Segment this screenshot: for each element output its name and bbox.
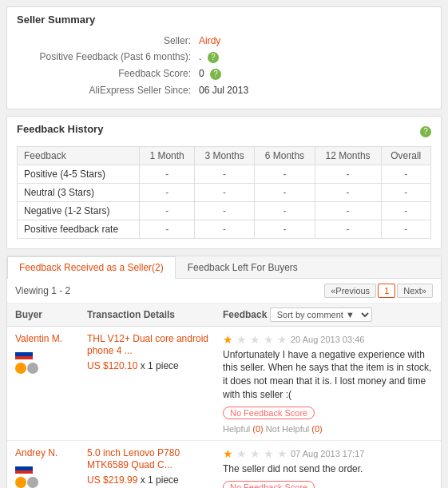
- list-item: Andrey N.5.0 inch Lenovo P780 MTK6589 Qu…: [7, 441, 441, 488]
- next-button[interactable]: Next»: [397, 284, 433, 298]
- buyer-column-header: Buyer: [15, 309, 87, 320]
- feedback-history-title: Feedback History: [17, 123, 103, 135]
- feedback-score-label: Feedback Score:: [18, 66, 194, 81]
- seller-summary-section: Seller Summary Seller: Airdy Positive Fe…: [6, 6, 442, 109]
- feedback-history-section: Feedback History ? Feedback1 Month3 Mont…: [6, 116, 442, 249]
- feedback-col-header-4: 12 Months: [315, 146, 381, 165]
- star-icon: ★: [223, 333, 233, 346]
- feedback-cell-1-1: -: [194, 183, 254, 201]
- sort-select[interactable]: Sort by comment ▼: [270, 307, 372, 322]
- feedback-col-header-2: 3 Months: [194, 146, 254, 165]
- medal-icon: [27, 477, 38, 488]
- viewing-row: Viewing 1 - 2 «Previous 1 Next»: [7, 279, 441, 304]
- product-link[interactable]: THL V12+ Dual core android phone 4 ...: [87, 333, 208, 357]
- page-wrapper: Seller Summary Seller: Airdy Positive Fe…: [0, 0, 448, 488]
- feedback-cell-1-2: -: [255, 183, 315, 201]
- tabs-section: Feedback Received as a Seller(2) Feedbac…: [6, 256, 442, 488]
- feedback-cell-2-2: -: [255, 201, 315, 220]
- feedback-cell-3-3: -: [315, 220, 381, 238]
- feedback-cell-3-1: -: [194, 220, 254, 238]
- viewing-text: Viewing 1 - 2: [15, 285, 70, 296]
- product-quantity: x 1 piece: [137, 474, 178, 486]
- no-feedback-score-badge: No Feedback Score: [223, 407, 315, 419]
- transaction-col-0: THL V12+ Dual core android phone 4 ...US…: [87, 333, 223, 371]
- feedback-cell-0-0: -: [140, 165, 195, 183]
- feedback-history-table: Feedback1 Month3 Months6 Months12 Months…: [17, 146, 431, 239]
- tab-feedback-left[interactable]: Feedback Left For Buyers: [176, 256, 310, 278]
- feedback-table-body: Positive (4-5 Stars)-----Neutral (3 Star…: [18, 165, 431, 238]
- feedback-col-header-5: Overall: [381, 146, 430, 165]
- list-header: Buyer Transaction Details Feedback Sort …: [7, 304, 441, 327]
- seller-name-link[interactable]: Airdy: [199, 35, 220, 46]
- feedback-row-label-1: Neutral (3 Stars): [18, 183, 140, 201]
- helpful-label: Helpful: [223, 424, 250, 434]
- feedback-score-value: 0: [199, 68, 204, 79]
- star-icon: ★: [277, 333, 287, 346]
- feedback-row-label-3: Positive feedback rate: [18, 220, 140, 238]
- medal-icon: [27, 363, 38, 374]
- feedback-col-header-1: 1 Month: [140, 146, 195, 165]
- transaction-column-header: Transaction Details: [87, 309, 223, 320]
- feedback-cell-0-1: -: [194, 165, 254, 183]
- product-price: US $120.10: [87, 360, 137, 371]
- flag-icon: [15, 463, 33, 474]
- feedback-col-1: ★★★★★07 Aug 2013 17:17The seller did not…: [223, 447, 433, 488]
- feedback-table-header: Feedback1 Month3 Months6 Months12 Months…: [18, 146, 431, 165]
- positive-feedback-label: Positive Feedback (Past 6 months):: [18, 50, 194, 65]
- feedback-cell-1-4: -: [381, 183, 430, 201]
- seller-since-label: AliExpress Seller Since:: [18, 83, 194, 97]
- feedback-cell-3-4: -: [381, 220, 430, 238]
- positive-feedback-help-icon[interactable]: ?: [208, 52, 219, 63]
- table-row: Negative (1-2 Stars)-----: [18, 201, 431, 220]
- star-icon: ★: [264, 333, 274, 346]
- table-row: Neutral (3 Stars)-----: [18, 183, 431, 201]
- feedback-row-label-0: Positive (4-5 Stars): [18, 165, 140, 183]
- feedback-cell-2-1: -: [194, 201, 254, 220]
- no-feedback-score-badge: No Feedback Score: [223, 481, 315, 488]
- positive-feedback-value: .: [199, 51, 201, 62]
- list-item: Valentin M.THL V12+ Dual core android ph…: [7, 327, 441, 441]
- table-row: Positive feedback rate-----: [18, 220, 431, 238]
- feedback-cell-3-2: -: [255, 220, 315, 238]
- feedback-row-label-2: Negative (1-2 Stars): [18, 201, 140, 220]
- feedback-cell-0-4: -: [381, 165, 430, 183]
- previous-button[interactable]: «Previous: [324, 284, 376, 298]
- feedback-text: Unfortunately I have a negative experien…: [223, 348, 433, 402]
- feedback-col-header-0: Feedback: [18, 146, 140, 165]
- buyer-name-link[interactable]: Andrey N.: [15, 447, 57, 458]
- feedback-score-help-icon[interactable]: ?: [210, 69, 221, 80]
- helpful-count[interactable]: (0): [252, 424, 263, 434]
- feedback-cell-1-0: -: [140, 183, 195, 201]
- product-price: US $219.99: [87, 474, 137, 486]
- medal-icon: [15, 363, 26, 374]
- feedback-cell-2-4: -: [381, 201, 430, 220]
- table-row: Positive (4-5 Stars)-----: [18, 165, 431, 183]
- feedback-text: The seller did not send the order.: [223, 462, 433, 476]
- star-icon: ★: [236, 333, 247, 346]
- medal-icon: [15, 477, 26, 488]
- feedback-history-help-icon[interactable]: ?: [420, 126, 431, 137]
- seller-summary-title: Seller Summary: [17, 14, 431, 26]
- feedback-cell-0-3: -: [315, 165, 381, 183]
- tab-feedback-received[interactable]: Feedback Received as a Seller(2): [7, 256, 176, 279]
- buyer-col-1: Andrey N.: [15, 447, 87, 488]
- feedback-cell-2-3: -: [315, 201, 381, 220]
- tabs-row: Feedback Received as a Seller(2) Feedbac…: [7, 256, 441, 279]
- feedback-date: 07 Aug 2013 17:17: [291, 449, 364, 458]
- not-helpful-count[interactable]: (0): [311, 424, 322, 434]
- product-quantity: x 1 piece: [137, 360, 178, 371]
- star-icon: ★: [236, 447, 247, 460]
- buyer-name-link[interactable]: Valentin M.: [15, 333, 62, 344]
- star-icon: ★: [277, 447, 287, 460]
- star-icon: ★: [264, 447, 274, 460]
- star-icon: ★: [250, 447, 260, 460]
- feedback-date: 20 Aug 2013 03:46: [291, 335, 364, 344]
- not-helpful-label: Not Helpful: [266, 424, 309, 434]
- product-link[interactable]: 5.0 inch Lenovo P780 MTK6589 Quad C...: [87, 447, 180, 471]
- feedback-col-0: ★★★★★20 Aug 2013 03:46Unfortunately I ha…: [223, 333, 433, 434]
- feedback-cell-2-0: -: [140, 201, 195, 220]
- seller-info-table: Seller: Airdy Positive Feedback (Past 6 …: [17, 32, 431, 99]
- feedback-col-header-3: 6 Months: [255, 146, 315, 165]
- seller-label: Seller:: [18, 34, 194, 48]
- transaction-col-1: 5.0 inch Lenovo P780 MTK6589 Quad C...US…: [87, 447, 223, 486]
